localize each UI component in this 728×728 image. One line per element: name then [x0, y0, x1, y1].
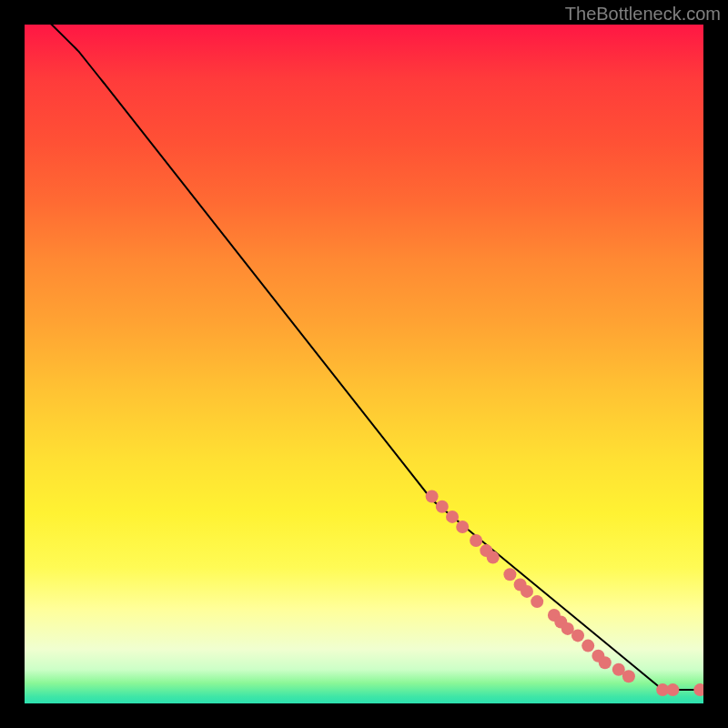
chart-overlay	[25, 25, 703, 703]
chart-marker	[456, 521, 469, 533]
attribution-text: TheBottleneck.com	[565, 4, 721, 25]
chart-marker	[571, 629, 584, 642]
chart-marker	[531, 595, 543, 608]
chart-marker	[622, 670, 635, 682]
chart-marker	[487, 551, 500, 564]
chart-markers	[426, 490, 703, 697]
chart-marker	[599, 656, 612, 669]
chart-marker	[666, 683, 679, 696]
chart-marker	[446, 511, 459, 523]
chart-marker	[470, 534, 482, 547]
chart-marker	[521, 585, 533, 598]
chart-marker	[436, 500, 449, 513]
chart-marker	[503, 568, 516, 581]
chart-marker	[581, 640, 594, 652]
chart-marker	[693, 683, 703, 696]
chart-curve	[25, 25, 703, 690]
chart-marker	[426, 490, 439, 503]
